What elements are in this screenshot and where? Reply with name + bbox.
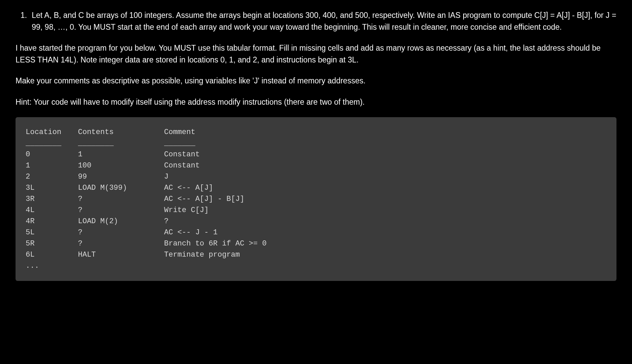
- cell-contents: HALT: [78, 249, 164, 260]
- table-row: 2 99 J: [26, 171, 606, 182]
- table-row: 4L ? Write C[J]: [26, 205, 606, 216]
- question-text: Let A, B, and C be arrays of 100 integer…: [32, 9, 616, 33]
- table-row: 5L ? AC <-- J - 1: [26, 227, 606, 238]
- cell-contents: ?: [78, 193, 164, 205]
- header-location: Location: [26, 127, 78, 138]
- question-item: 1. Let A, B, and C be arrays of 100 inte…: [16, 9, 616, 33]
- table-row: 1 100 Constant: [26, 160, 606, 171]
- cell-comment: Terminate program: [164, 249, 606, 260]
- cell-location: 2: [26, 171, 78, 182]
- table-row: 5R ? Branch to 6R if AC >= 0: [26, 238, 606, 249]
- cell-contents: [78, 260, 164, 271]
- table-divider-row: ________ ________ _______: [26, 138, 606, 149]
- cell-contents: ?: [78, 227, 164, 238]
- cell-comment: AC <-- A[J]: [164, 182, 606, 193]
- cell-contents: LOAD M(399): [78, 182, 164, 193]
- table-row: 0 1 Constant: [26, 149, 606, 160]
- cell-contents: ?: [78, 205, 164, 216]
- cell-location: 4L: [26, 205, 78, 216]
- code-block: Location Contents Comment ________ _____…: [16, 117, 616, 281]
- header-comment: Comment: [164, 127, 606, 138]
- cell-comment: [164, 260, 606, 271]
- cell-comment: J: [164, 171, 606, 182]
- cell-location: 5R: [26, 238, 78, 249]
- cell-contents: LOAD M(2): [78, 216, 164, 227]
- paragraph-format: I have started the program for you below…: [16, 42, 616, 66]
- table-header-row: Location Contents Comment: [26, 127, 606, 138]
- cell-location: ...: [26, 260, 78, 271]
- paragraph-comments: Make your comments as descriptive as pos…: [16, 75, 616, 87]
- cell-comment: Constant: [164, 160, 606, 171]
- paragraph-hint: Hint: Your code will have to modify itse…: [16, 96, 616, 108]
- cell-contents: 99: [78, 171, 164, 182]
- cell-comment: AC <-- A[J] - B[J]: [164, 193, 606, 205]
- divider-contents: ________: [78, 138, 164, 149]
- cell-location: 3R: [26, 193, 78, 205]
- table-row: 6L HALT Terminate program: [26, 249, 606, 260]
- cell-comment: ?: [164, 216, 606, 227]
- cell-location: 0: [26, 149, 78, 160]
- question-number: 1.: [16, 9, 28, 33]
- table-row: ...: [26, 260, 606, 271]
- cell-contents: ?: [78, 238, 164, 249]
- cell-contents: 1: [78, 149, 164, 160]
- cell-location: 5L: [26, 227, 78, 238]
- divider-location: ________: [26, 138, 78, 149]
- divider-comment: _______: [164, 138, 606, 149]
- cell-location: 4R: [26, 216, 78, 227]
- cell-location: 6L: [26, 249, 78, 260]
- cell-location: 1: [26, 160, 78, 171]
- cell-comment: Branch to 6R if AC >= 0: [164, 238, 606, 249]
- cell-comment: Write C[J]: [164, 205, 606, 216]
- table-row: 3L LOAD M(399) AC <-- A[J]: [26, 182, 606, 193]
- cell-contents: 100: [78, 160, 164, 171]
- cell-location: 3L: [26, 182, 78, 193]
- cell-comment: Constant: [164, 149, 606, 160]
- table-row: 3R ? AC <-- A[J] - B[J]: [26, 193, 606, 205]
- table-row: 4R LOAD M(2) ?: [26, 216, 606, 227]
- cell-comment: AC <-- J - 1: [164, 227, 606, 238]
- header-contents: Contents: [78, 127, 164, 138]
